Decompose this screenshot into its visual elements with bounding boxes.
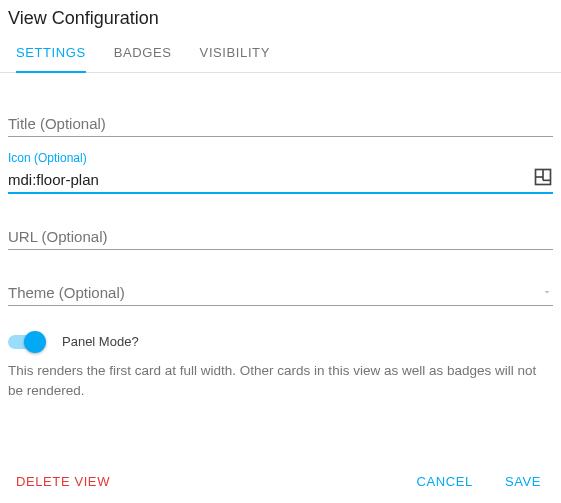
delete-view-button[interactable]: DELETE VIEW [8,470,118,493]
floor-plan-icon [533,167,553,191]
theme-field [8,278,553,306]
tabs: SETTINGS BADGES VISIBILITY [0,29,561,73]
dialog-title: View Configuration [8,8,545,29]
url-input[interactable] [8,222,553,250]
title-field [8,109,553,137]
panel-mode-row: Panel Mode? [8,334,553,349]
url-field [8,222,553,250]
tab-visibility[interactable]: VISIBILITY [200,45,270,72]
title-input[interactable] [8,109,553,137]
panel-mode-toggle[interactable] [8,335,44,349]
chevron-down-icon [541,284,553,302]
icon-input[interactable] [8,165,553,194]
dialog-footer: DELETE VIEW CANCEL SAVE [0,458,561,503]
panel-mode-label: Panel Mode? [62,334,139,349]
tab-settings[interactable]: SETTINGS [16,45,86,72]
tab-badges[interactable]: BADGES [114,45,172,72]
theme-select[interactable] [8,278,553,306]
toggle-thumb [24,331,46,353]
icon-field: Icon (Optional) [8,165,553,194]
panel-mode-help: This renders the first card at full widt… [8,361,553,400]
cancel-button[interactable]: CANCEL [409,470,481,493]
icon-label: Icon (Optional) [8,151,87,165]
save-button[interactable]: SAVE [497,470,549,493]
settings-panel: Icon (Optional) Panel Mode? This renders… [0,73,561,400]
